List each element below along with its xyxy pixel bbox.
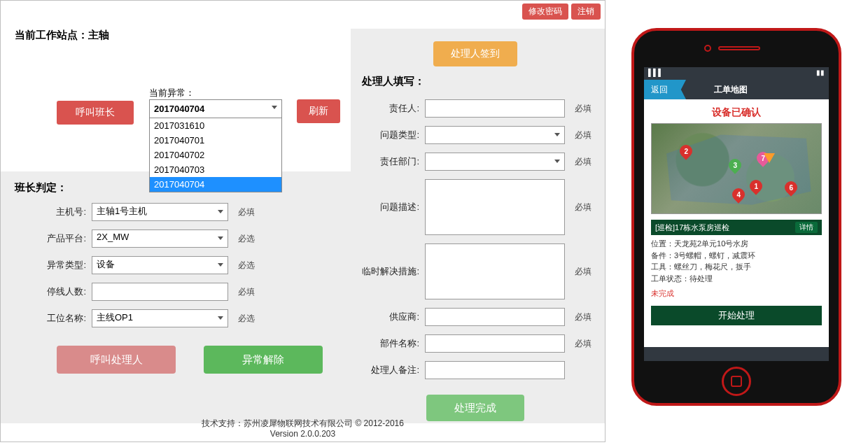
- call-handler-button[interactable]: 呼叫处理人: [57, 346, 176, 374]
- label-supplier: 供应商:: [358, 311, 425, 323]
- anomaly-option[interactable]: 2017040703: [150, 162, 281, 177]
- label-part-name: 部件名称:: [358, 337, 425, 350]
- task-detail-line: 位置：天龙苑2单元10号水房: [651, 238, 822, 250]
- app-title: 工单地图: [714, 84, 748, 96]
- anomaly-option-highlighted[interactable]: 2017040704: [150, 177, 281, 192]
- temp-solution-textarea[interactable]: [425, 243, 565, 299]
- required-tag: 必填: [575, 266, 592, 278]
- logout-button[interactable]: 注销: [571, 3, 601, 20]
- chevron-down-icon: [272, 106, 277, 109]
- task-detail-line: 工单状态：待处理: [651, 273, 822, 285]
- anomaly-option[interactable]: 2017031610: [150, 118, 281, 133]
- battery-icon: ▮▮: [816, 69, 825, 78]
- required-tag: 必选: [238, 260, 255, 271]
- phone-screen-footer: [644, 347, 829, 361]
- required-tag: 必填: [575, 338, 592, 350]
- handler-signin-button[interactable]: 处理人签到: [433, 41, 517, 66]
- label-problem-desc: 问题描述:: [358, 201, 425, 213]
- call-monitor-button[interactable]: 呼叫班长: [57, 101, 134, 125]
- supplier-input[interactable]: [425, 308, 565, 326]
- label-stopped-count: 停线人数:: [15, 285, 92, 298]
- required-tag: 必填: [238, 286, 255, 298]
- phone-status-bar: ▌▌▌ ▮▮: [644, 67, 829, 80]
- footer-support: 技术支持：苏州凌犀物联网技术有限公司 © 2012-2016: [1, 418, 605, 430]
- phone-bottom-bezel: [634, 364, 839, 399]
- camera-icon: [704, 45, 711, 52]
- required-tag: 必填: [238, 206, 255, 218]
- phone-mockup: ▌▌▌ ▮▮ 返回 工单地图 设备已确认 237146 [巡检]17栋水泵房巡检…: [631, 28, 841, 406]
- label-problem-type: 问题类型:: [358, 129, 425, 141]
- part-name-input[interactable]: [425, 334, 565, 353]
- label-anomaly-type: 异常类型:: [15, 259, 92, 271]
- problem-desc-textarea[interactable]: [425, 179, 565, 235]
- required-tag: 必填: [575, 129, 592, 141]
- anomaly-option[interactable]: 2017040702: [150, 148, 281, 162]
- handler-remark-input[interactable]: [425, 361, 565, 379]
- label-platform: 产品平台:: [15, 232, 92, 245]
- label-host: 主机号:: [15, 206, 92, 218]
- form-row-platform: 产品平台: 2X_MW 必选: [15, 229, 338, 248]
- clear-anomaly-button[interactable]: 异常解除: [204, 346, 323, 374]
- phone-screen: ▌▌▌ ▮▮ 返回 工单地图 设备已确认 237146 [巡检]17栋水泵房巡检…: [644, 67, 829, 361]
- required-tag: 必选: [238, 313, 255, 325]
- desktop-app-window: 修改密码 注销 当前工作站点：主轴 呼叫班长 当前异常： 2017040704 …: [0, 0, 606, 442]
- label-station-name: 工位名称:: [15, 312, 92, 325]
- form-row-host: 主机号: 主轴1号主机 必填: [15, 203, 338, 221]
- form-row-station-name: 工位名称: 主线OP1 必选: [15, 309, 338, 327]
- anomaly-type-select[interactable]: 设备: [92, 256, 228, 274]
- device-confirmed-title: 设备已确认: [644, 99, 829, 123]
- task-detail-line: 工具：螺丝刀，梅花尺，扳手: [651, 261, 822, 273]
- task-detail-line: 备件：3号螺帽，螺钉，减震环: [651, 250, 822, 262]
- required-tag: 必填: [575, 311, 592, 323]
- required-tag: 必填: [575, 202, 592, 213]
- current-anomaly-label: 当前异常：: [149, 87, 195, 99]
- responsible-dept-select[interactable]: [425, 153, 565, 171]
- current-location-icon: [764, 153, 775, 163]
- form-row-anomaly-type: 异常类型: 设备 必选: [15, 256, 338, 274]
- label-temp-solution: 临时解决措施:: [358, 265, 425, 278]
- app-header: 返回 工单地图: [644, 80, 829, 99]
- complete-button[interactable]: 处理完成: [426, 395, 524, 421]
- problem-type-select[interactable]: [425, 126, 565, 144]
- anomaly-selected-value: 2017040704: [154, 104, 204, 114]
- label-responsible: 责任人:: [358, 102, 425, 115]
- anomaly-dropdown-selected[interactable]: 2017040704: [150, 100, 281, 118]
- change-password-button[interactable]: 修改密码: [522, 3, 568, 20]
- topbar: 修改密码 注销: [1, 1, 605, 20]
- stopped-count-input[interactable]: [92, 283, 228, 301]
- footer: 技术支持：苏州凌犀物联网技术有限公司 © 2012-2016 Version 2…: [1, 418, 605, 440]
- responsible-input[interactable]: [425, 99, 565, 118]
- station-name-select[interactable]: 主线OP1: [92, 309, 228, 327]
- handler-fill-title: 处理人填写：: [358, 69, 592, 91]
- phone-top-bezel: [634, 31, 839, 63]
- task-bar: [巡检]17栋水泵房巡检 详情: [651, 220, 822, 235]
- label-responsible-dept: 责任部门:: [358, 155, 425, 168]
- handler-fill-panel: 处理人签到 处理人填写： 责任人: 必填 问题类型: 必填 责任部门: 必填 问…: [351, 29, 605, 423]
- form-row-stopped-count: 停线人数: 必填: [15, 283, 338, 301]
- host-select[interactable]: 主轴1号主机: [92, 203, 228, 221]
- task-status-pending: 未完成: [651, 288, 829, 299]
- task-bar-label: [巡检]17栋水泵房巡检: [655, 222, 729, 233]
- home-square-icon: [731, 376, 742, 387]
- required-tag: 必选: [238, 233, 255, 245]
- ticket-map[interactable]: 237146: [651, 123, 822, 214]
- anomaly-option[interactable]: 2017040701: [150, 133, 281, 148]
- anomaly-dropdown[interactable]: 2017040704 2017031610 2017040701 2017040…: [149, 99, 282, 192]
- refresh-button[interactable]: 刷新: [297, 99, 340, 123]
- required-tag: 必填: [575, 103, 592, 115]
- platform-select[interactable]: 2X_MW: [92, 229, 228, 248]
- required-tag: 必填: [575, 156, 592, 168]
- label-handler-remark: 处理人备注:: [358, 364, 425, 376]
- speaker-icon: [718, 46, 760, 50]
- start-processing-button[interactable]: 开始处理: [651, 306, 822, 325]
- back-button[interactable]: 返回: [644, 80, 686, 99]
- monitor-judgement-panel: 班长判定： 主机号: 主轴1号主机 必填 产品平台: 2X_MW 必选 异常类型…: [1, 171, 351, 423]
- footer-version: Version 2.0.0.203: [1, 429, 605, 440]
- task-detail-button[interactable]: 详情: [795, 222, 818, 233]
- signal-icon: ▌▌▌: [648, 69, 663, 78]
- task-details: 位置：天龙苑2单元10号水房 备件：3号螺帽，螺钉，减震环 工具：螺丝刀，梅花尺…: [651, 238, 822, 284]
